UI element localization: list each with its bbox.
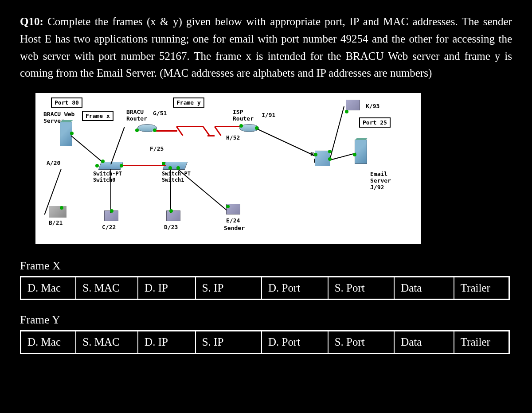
port25-label: Port 25 — [359, 117, 391, 128]
frame-x-label: Frame x — [82, 111, 113, 121]
frame-y-title: Frame Y — [20, 313, 512, 327]
cell-data: Data — [394, 331, 454, 354]
question-text: Q10: Complete the frames (x & y) given b… — [20, 13, 512, 82]
port-dot — [239, 124, 243, 128]
d23-label: D/23 — [164, 224, 178, 230]
pc-d-icon — [166, 210, 180, 221]
port-dot — [135, 129, 139, 132]
pc-k-icon — [346, 100, 360, 110]
cell-sip: S. IP — [196, 277, 262, 300]
port-dot — [169, 209, 173, 213]
link — [110, 169, 111, 213]
port-dot — [168, 166, 172, 170]
cell-trailer: Trailer — [454, 277, 509, 300]
cell-dip: D. IP — [138, 331, 196, 354]
link-red — [203, 126, 210, 136]
cell-sip: S. IP — [196, 331, 262, 354]
a20-label: A/20 — [47, 160, 60, 166]
bracu-router-label: BRACU Router — [126, 109, 147, 122]
link — [330, 153, 356, 160]
port-dot — [353, 153, 356, 156]
switch1-icon — [163, 162, 188, 170]
frame-x-section: Frame X D. Mac S. MAC D. IP S. IP D. Por… — [20, 259, 512, 300]
link-red — [155, 130, 177, 132]
link-red — [207, 135, 215, 136]
k93-label: K/93 — [366, 103, 379, 109]
link — [170, 169, 171, 213]
cell-dmac: D. Mac — [21, 331, 76, 354]
emailserver-icon — [355, 140, 367, 164]
port-dot — [70, 132, 74, 135]
f25-label: F/25 — [150, 145, 164, 152]
link-red — [215, 126, 242, 127]
port-dot — [110, 209, 113, 213]
cell-dport: D. Port — [262, 277, 328, 300]
i91-label: I/91 — [262, 112, 275, 118]
link — [70, 135, 103, 163]
port-dot — [120, 164, 123, 168]
link — [110, 127, 125, 164]
port-dot — [162, 162, 165, 165]
network-diagram: Port 80 BRACU Web Server Frame x BRACU R… — [35, 93, 421, 244]
question-prefix: Q10: — [20, 16, 43, 27]
table-row: D. Mac S. MAC D. IP S. IP D. Port S. Por… — [21, 331, 509, 354]
h52-label: H/52 — [226, 134, 240, 141]
cell-dip: D. IP — [138, 277, 196, 300]
port-dot — [153, 129, 156, 132]
cell-smac: S. MAC — [76, 277, 138, 300]
link-red — [176, 126, 203, 127]
cell-smac: S. MAC — [76, 331, 138, 354]
port-dot — [95, 164, 99, 168]
port-dot — [314, 153, 317, 156]
cell-sport: S. Port — [328, 331, 395, 354]
link — [330, 106, 344, 158]
link — [257, 129, 316, 156]
table-row: D. Mac S. MAC D. IP S. IP D. Port S. Por… — [21, 277, 509, 300]
port-dot — [345, 110, 348, 113]
b21-label: B/21 — [49, 219, 63, 226]
port-dot — [226, 205, 230, 208]
frame-x-table: D. Mac S. MAC D. IP S. IP D. Port S. Por… — [20, 276, 510, 300]
cell-dport: D. Port — [262, 331, 328, 354]
frame-x-title: Frame X — [20, 259, 512, 273]
frame-y-label: Frame y — [173, 97, 204, 108]
sender-label: Sender — [224, 225, 245, 231]
port-dot — [328, 150, 332, 153]
port-dot — [60, 206, 63, 210]
port-dot — [176, 166, 180, 170]
frame-y-section: Frame Y D. Mac S. MAC D. IP S. IP D. Por… — [20, 313, 512, 354]
switch0-label: Switch-PT Switch0 — [93, 171, 122, 183]
emailserver-label: Email Server J/92 — [370, 171, 391, 191]
port-dot — [101, 160, 105, 163]
c22-label: C/22 — [102, 224, 116, 230]
frame-y-table: D. Mac S. MAC D. IP S. IP D. Port S. Por… — [20, 330, 510, 354]
link — [177, 168, 227, 210]
cell-trailer: Trailer — [454, 331, 509, 354]
laptop-b-icon — [49, 206, 66, 218]
link-red — [122, 165, 166, 166]
e24-label: E/24 — [226, 217, 240, 224]
link-red — [214, 126, 222, 136]
g51-label: G/51 — [153, 110, 167, 117]
port80-label: Port 80 — [51, 97, 82, 108]
cell-sport: S. Port — [328, 277, 395, 300]
cell-data: Data — [394, 277, 454, 300]
isp-router-label: ISP Router — [233, 109, 254, 122]
cell-dmac: D. Mac — [21, 277, 76, 300]
port-dot — [255, 126, 258, 130]
question-body: Complete the frames (x & y) given below … — [20, 16, 512, 79]
port-dot — [328, 157, 332, 161]
